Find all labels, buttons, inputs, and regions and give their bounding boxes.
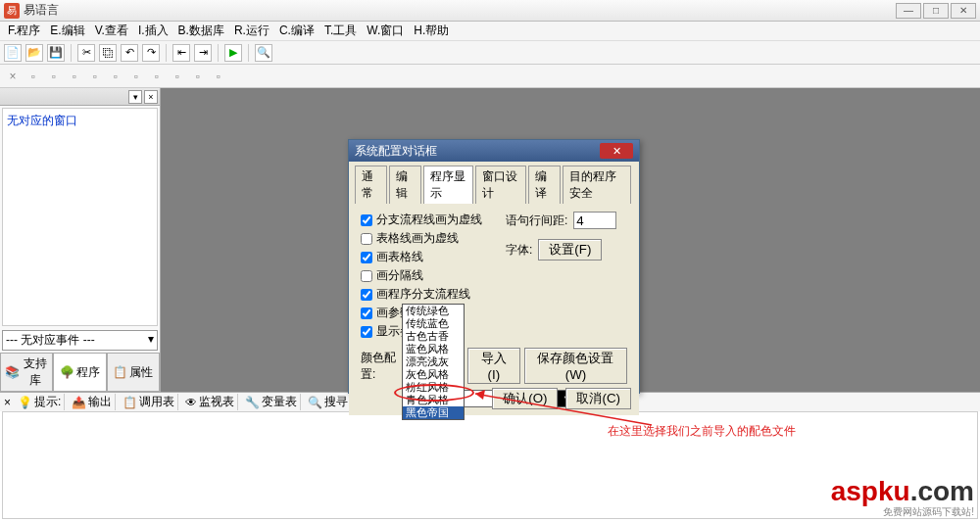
panel-dropdown-icon[interactable]: ▾: [128, 90, 142, 104]
copy-icon[interactable]: ⿻: [99, 44, 117, 62]
align7-icon[interactable]: ▫: [148, 68, 166, 85]
checkbox-0[interactable]: [361, 214, 372, 226]
app-icon: 易: [4, 3, 20, 19]
dropdown-option[interactable]: 传统蓝色: [403, 317, 464, 330]
outdent-icon[interactable]: ⇤: [172, 44, 190, 62]
check-label: 分支流程线画为虚线: [376, 212, 482, 228]
find-icon[interactable]: 🔍: [255, 44, 272, 62]
align10-icon[interactable]: ▫: [210, 68, 227, 85]
tree-icon: 🌳: [60, 365, 74, 379]
event-combo[interactable]: --- 无对应事件 --- ▾: [2, 330, 158, 351]
status-output[interactable]: 📤输出: [69, 394, 116, 410]
tab-props[interactable]: 📋属性: [107, 354, 160, 392]
align4-icon[interactable]: ▫: [86, 68, 104, 85]
align2-icon[interactable]: ▫: [45, 68, 63, 85]
chevron-down-icon: ▾: [148, 332, 154, 349]
dropdown-option[interactable]: 古色古香: [403, 330, 464, 343]
new-icon[interactable]: 📄: [4, 44, 22, 62]
align9-icon[interactable]: ▫: [189, 68, 207, 85]
check-label: 画表格线: [376, 249, 423, 265]
undo-icon[interactable]: ↶: [121, 44, 138, 62]
dropdown-option[interactable]: 漂亮浅灰: [403, 355, 464, 368]
dialog-tabs: 通常 编辑 程序显示 窗口设计 编译 目的程序安全: [349, 162, 639, 204]
menu-insert[interactable]: I.插入: [134, 21, 172, 41]
line-spacing-label: 语句行间距:: [506, 213, 567, 229]
menu-edit[interactable]: E.编辑: [46, 21, 88, 41]
align1-icon[interactable]: ▫: [24, 68, 42, 85]
menu-run[interactable]: R.运行: [230, 21, 273, 41]
line-spacing-input[interactable]: [573, 212, 616, 229]
dlgtab-edit[interactable]: 编辑: [389, 166, 421, 204]
minimize-button[interactable]: —: [896, 3, 921, 19]
panel-close-icon[interactable]: ×: [144, 90, 158, 104]
run-icon[interactable]: ▶: [224, 44, 242, 62]
color-config-label: 颜色配置:: [361, 350, 403, 383]
menu-db[interactable]: B.数据库: [174, 21, 228, 41]
status-vars[interactable]: 🔧变量表: [242, 394, 301, 410]
dropdown-option[interactable]: 青色风格: [403, 394, 464, 406]
status-close-icon[interactable]: ×: [4, 396, 11, 409]
menu-program[interactable]: F.程序: [4, 21, 44, 41]
font-button[interactable]: 设置(F): [538, 239, 602, 260]
dlgtab-compile[interactable]: 编译: [528, 166, 561, 204]
check-label: 表格线画为虚线: [376, 230, 459, 247]
align8-icon[interactable]: ▫: [169, 68, 186, 85]
menu-view[interactable]: V.查看: [91, 21, 132, 41]
align-toolbar: × ▫ ▫ ▫ ▫ ▫ ▫ ▫ ▫ ▫ ▫: [0, 65, 980, 88]
dlgtab-general[interactable]: 通常: [355, 166, 387, 204]
close-small-icon[interactable]: ×: [4, 68, 22, 85]
dlgtab-security[interactable]: 目的程序安全: [563, 166, 631, 204]
side-panel: ▾ × 无对应的窗口 --- 无对应事件 --- ▾ 📚支持库 🌳程序 📋属性: [0, 88, 161, 392]
dialog-title: 系统配置对话框: [355, 143, 600, 160]
checkbox-3[interactable]: [361, 270, 372, 282]
cut-icon[interactable]: ✂: [77, 44, 95, 62]
status-hint[interactable]: 💡提示:: [15, 394, 65, 410]
redo-icon[interactable]: ↷: [142, 44, 160, 62]
main-toolbar: 📄 📂 💾 ✂ ⿻ ↶ ↷ ⇤ ⇥ ▶ 🔍: [0, 41, 980, 65]
dropdown-option[interactable]: 蓝色风格: [403, 343, 464, 355]
dlgtab-window[interactable]: 窗口设计: [475, 166, 526, 204]
tree-empty-text: 无对应的窗口: [7, 114, 77, 127]
dialog-close-button[interactable]: ✕: [600, 143, 633, 159]
checkbox-1[interactable]: [361, 233, 372, 245]
titlebar: 易 易语言 — □ ✕: [0, 0, 980, 22]
close-button[interactable]: ✕: [951, 3, 976, 19]
app-title: 易语言: [24, 2, 896, 19]
import-button[interactable]: 导入(I): [467, 348, 520, 384]
align3-icon[interactable]: ▫: [66, 68, 83, 85]
cancel-button[interactable]: 取消(C): [565, 388, 631, 409]
checkbox-6[interactable]: [361, 326, 372, 338]
watermark: aspku.com 免费网站源码下载站!: [831, 478, 974, 519]
check-label: 画分隔线: [376, 267, 423, 284]
align6-icon[interactable]: ▫: [127, 68, 145, 85]
dropdown-option[interactable]: 黑色帝国: [403, 406, 464, 419]
status-watch[interactable]: 👁监视表: [182, 394, 238, 410]
dropdown-option[interactable]: 灰色风格: [403, 368, 464, 381]
ok-button[interactable]: 确认(O): [492, 388, 558, 409]
save-icon[interactable]: 💾: [47, 44, 65, 62]
align5-icon[interactable]: ▫: [107, 68, 124, 85]
check-row: 画程序分支流程线: [361, 286, 627, 303]
checkbox-4[interactable]: [361, 289, 372, 301]
menubar: F.程序 E.编辑 V.查看 I.插入 B.数据库 R.运行 C.编译 T.工具…: [0, 22, 980, 41]
menu-compile[interactable]: C.编译: [275, 21, 318, 41]
indent-icon[interactable]: ⇥: [194, 44, 212, 62]
tab-support[interactable]: 📚支持库: [0, 354, 53, 392]
menu-help[interactable]: H.帮助: [410, 21, 453, 41]
dlgtab-display[interactable]: 程序显示: [423, 166, 474, 204]
tab-program[interactable]: 🌳程序: [53, 354, 106, 392]
menu-tools[interactable]: T.工具: [320, 21, 361, 41]
menu-window[interactable]: W.窗口: [363, 21, 408, 41]
open-icon[interactable]: 📂: [25, 44, 43, 62]
status-calltable[interactable]: 📋调用表: [120, 394, 178, 410]
color-dropdown-list[interactable]: 传统绿色传统蓝色古色古香蓝色风格漂亮浅灰灰色风格粉红风格青色风格黑色帝国: [402, 304, 465, 420]
save-color-button[interactable]: 保存颜色设置(W): [524, 348, 627, 384]
dropdown-option[interactable]: 传统绿色: [403, 305, 464, 317]
checkbox-5[interactable]: [361, 308, 372, 319]
checkbox-2[interactable]: [361, 252, 372, 263]
dropdown-option[interactable]: 粉红风格: [403, 381, 464, 394]
check-row: 显示参数名称: [361, 323, 627, 340]
maximize-button[interactable]: □: [923, 3, 949, 19]
tree-area: 无对应的窗口: [2, 108, 158, 326]
font-label: 字体:: [506, 242, 532, 259]
